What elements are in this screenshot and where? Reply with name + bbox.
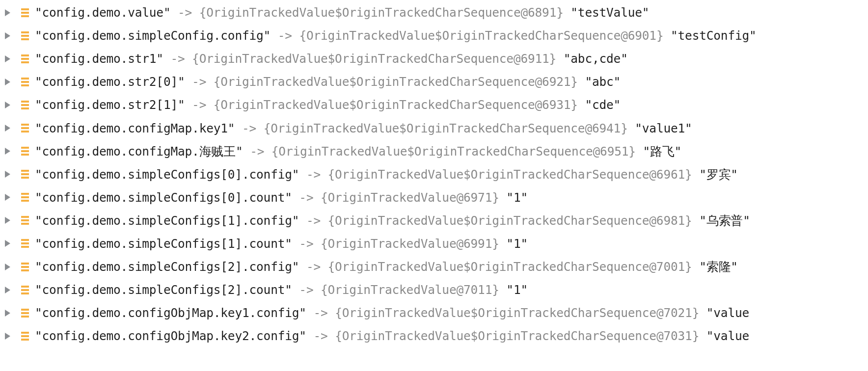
object-reference-text: {OriginTrackedValue@6991} <box>321 237 499 251</box>
expand-chevron-icon[interactable] <box>5 102 10 108</box>
object-reference-text: {OriginTrackedValue$OriginTrackedCharSeq… <box>328 213 692 228</box>
map-value-text: "乌索普" <box>692 212 750 229</box>
debug-variable-text: "config.demo.simpleConfigs[2].config" ->… <box>35 259 738 275</box>
debug-variable-row[interactable]: "config.demo.simpleConfigs[2].config" ->… <box>5 255 868 278</box>
arrow-separator: -> <box>271 28 299 43</box>
object-reference-text: {OriginTrackedValue$OriginTrackedCharSeq… <box>214 98 578 112</box>
object-reference-text: {OriginTrackedValue@6971} <box>321 190 499 205</box>
debug-variable-text: "config.demo.str1" -> {OriginTrackedValu… <box>35 52 628 66</box>
object-reference-text: {OriginTrackedValue$OriginTrackedCharSeq… <box>328 167 692 182</box>
map-key-text: "config.demo.configObjMap.key2.config" <box>35 329 306 343</box>
map-value-text: "value <box>699 329 749 343</box>
map-key-text: "config.demo.configObjMap.key1.config" <box>35 306 306 320</box>
map-key-text: "config.demo.simpleConfigs[0].count" <box>35 190 292 205</box>
debug-variable-row[interactable]: "config.demo.str1" -> {OriginTrackedValu… <box>5 47 868 70</box>
map-value-text: "路飞" <box>636 143 681 159</box>
arrow-separator: -> <box>243 144 271 159</box>
arrow-separator: -> <box>299 167 327 182</box>
arrow-separator: -> <box>292 283 321 297</box>
debug-variable-row[interactable]: "config.demo.configMap.海贼王" -> {OriginTr… <box>5 140 868 163</box>
map-entry-icon <box>21 216 29 225</box>
map-value-text: "value1" <box>628 121 692 135</box>
map-value-text: "罗宾" <box>692 166 738 183</box>
debug-variable-text: "config.demo.configObjMap.key1.config" -… <box>35 306 749 320</box>
expand-chevron-icon[interactable] <box>5 125 10 132</box>
object-reference-text: {OriginTrackedValue$OriginTrackedCharSeq… <box>264 121 628 135</box>
arrow-separator: -> <box>306 329 335 343</box>
debug-variable-text: "config.demo.simpleConfigs[0].count" -> … <box>35 190 528 205</box>
expand-chevron-icon[interactable] <box>5 310 10 317</box>
map-value-text: "testConfig" <box>663 28 756 43</box>
arrow-separator: -> <box>235 121 263 135</box>
map-entry-icon <box>21 101 29 109</box>
map-key-text: "config.demo.str2[0]" <box>35 75 185 89</box>
debug-variable-text: "config.demo.simpleConfig.config" -> {Or… <box>35 28 757 43</box>
debug-variable-row[interactable]: "config.demo.simpleConfigs[0].config" ->… <box>5 163 868 186</box>
map-value-text: "testValue" <box>564 5 650 20</box>
debug-variable-row[interactable]: "config.demo.simpleConfigs[1].count" -> … <box>5 232 868 255</box>
map-entry-icon <box>21 332 29 341</box>
map-entry-icon <box>21 78 29 86</box>
debug-variable-row[interactable]: "config.demo.simpleConfigs[0].count" -> … <box>5 186 868 209</box>
map-value-text: "cde" <box>578 98 621 112</box>
map-entry-icon <box>21 193 29 202</box>
arrow-separator: -> <box>292 237 321 251</box>
object-reference-text: {OriginTrackedValue@7011} <box>321 283 499 297</box>
map-value-text: "1" <box>499 283 528 297</box>
expand-chevron-icon[interactable] <box>5 55 10 62</box>
debug-variable-text: "config.demo.configMap.key1" -> {OriginT… <box>35 121 692 135</box>
map-entry-icon <box>21 286 29 294</box>
object-reference-text: {OriginTrackedValue$OriginTrackedCharSeq… <box>199 5 564 20</box>
map-entry-icon <box>21 147 29 156</box>
expand-chevron-icon[interactable] <box>5 264 10 270</box>
map-key-text: "config.demo.value" <box>35 5 170 20</box>
debug-variable-row[interactable]: "config.demo.configObjMap.key2.config" -… <box>5 324 868 347</box>
map-key-text: "config.demo.simpleConfigs[1].count" <box>35 237 292 251</box>
expand-chevron-icon[interactable] <box>5 171 10 178</box>
debug-variable-row[interactable]: "config.demo.simpleConfigs[2].count" -> … <box>5 278 868 301</box>
expand-chevron-icon[interactable] <box>5 217 10 224</box>
debug-variable-row[interactable]: "config.demo.value" -> {OriginTrackedVal… <box>5 1 868 24</box>
debug-variable-row[interactable]: "config.demo.simpleConfigs[1].config" ->… <box>5 209 868 232</box>
debug-variable-text: "config.demo.simpleConfigs[1].count" -> … <box>35 237 528 251</box>
map-key-text: "config.demo.str2[1]" <box>35 98 185 112</box>
map-value-text: "索隆" <box>692 259 738 275</box>
debug-variable-row[interactable]: "config.demo.configMap.key1" -> {OriginT… <box>5 116 868 139</box>
expand-chevron-icon[interactable] <box>5 194 10 201</box>
expand-chevron-icon[interactable] <box>5 240 10 247</box>
map-key-text: "config.demo.simpleConfigs[2].count" <box>35 283 292 297</box>
map-entry-icon <box>21 54 29 63</box>
expand-chevron-icon[interactable] <box>5 148 10 155</box>
map-entry-icon <box>21 170 29 179</box>
arrow-separator: -> <box>185 75 214 89</box>
map-key-text: "config.demo.simpleConfigs[2].config" <box>35 260 299 274</box>
object-reference-text: {OriginTrackedValue$OriginTrackedCharSeq… <box>192 52 556 66</box>
arrow-separator: -> <box>292 190 321 205</box>
object-reference-text: {OriginTrackedValue$OriginTrackedCharSeq… <box>328 260 692 274</box>
debug-variable-text: "config.demo.value" -> {OriginTrackedVal… <box>35 5 649 20</box>
object-reference-text: {OriginTrackedValue$OriginTrackedCharSeq… <box>335 329 699 343</box>
debug-variable-text: "config.demo.configObjMap.key2.config" -… <box>35 329 749 343</box>
expand-chevron-icon[interactable] <box>5 287 10 293</box>
expand-chevron-icon[interactable] <box>5 333 10 340</box>
debug-variable-row[interactable]: "config.demo.str2[1]" -> {OriginTrackedV… <box>5 93 868 116</box>
expand-chevron-icon[interactable] <box>5 9 10 16</box>
map-value-text: "value <box>699 306 749 320</box>
debug-variable-row[interactable]: "config.demo.simpleConfig.config" -> {Or… <box>5 24 868 47</box>
map-key-text: "config.demo.configMap.海贼王" <box>35 143 243 159</box>
map-key-text: "config.demo.str1" <box>35 52 163 66</box>
expand-chevron-icon[interactable] <box>5 32 10 39</box>
map-key-text: "config.demo.simpleConfigs[0].config" <box>35 167 299 182</box>
map-entry-icon <box>21 239 29 248</box>
expand-chevron-icon[interactable] <box>5 79 10 85</box>
arrow-separator: -> <box>185 98 214 112</box>
object-reference-text: {OriginTrackedValue$OriginTrackedCharSeq… <box>271 144 636 159</box>
debug-variable-row[interactable]: "config.demo.str2[0]" -> {OriginTrackedV… <box>5 70 868 93</box>
debug-variable-row[interactable]: "config.demo.configObjMap.key1.config" -… <box>5 301 868 324</box>
debug-variable-text: "config.demo.configMap.海贼王" -> {OriginTr… <box>35 143 681 159</box>
map-entry-icon <box>21 8 29 17</box>
arrow-separator: -> <box>299 260 327 274</box>
arrow-separator: -> <box>299 213 327 228</box>
debug-variable-text: "config.demo.simpleConfigs[2].count" -> … <box>35 283 528 297</box>
map-key-text: "config.demo.simpleConfig.config" <box>35 28 271 43</box>
